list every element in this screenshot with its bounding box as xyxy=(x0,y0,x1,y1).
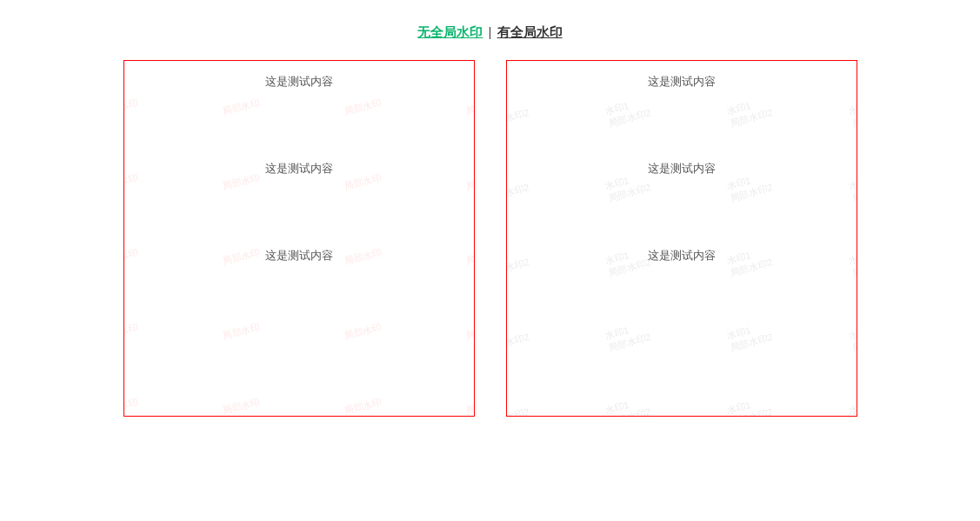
watermark-cell: 局部水印 xyxy=(123,373,237,417)
panel-no-global-watermark: 局部水印局部水印局部水印局部水印局部水印局部水印局部水印局部水印局部水印局部水印… xyxy=(123,60,475,417)
link-has-global-watermark[interactable]: 有全局水印 xyxy=(497,24,563,39)
watermark-text-line1: 局部水印 xyxy=(221,373,342,417)
watermark-text-line1: 局部水印 xyxy=(123,373,220,417)
watermark-text-line2: 局部水印2 xyxy=(606,385,727,417)
watermark-cell: 水印1局部水印2 xyxy=(506,373,619,417)
panels-container: 局部水印局部水印局部水印局部水印局部水印局部水印局部水印局部水印局部水印局部水印… xyxy=(0,60,980,417)
panel-has-global-watermark: 水印1局部水印2水印1局部水印2水印1局部水印2水印1局部水印2水印1局部水印2… xyxy=(506,60,857,417)
watermark-text-line2: 局部水印2 xyxy=(728,385,849,417)
watermark-cell: 局部水印 xyxy=(464,373,475,417)
watermark-text-line1: 水印1 xyxy=(847,373,857,417)
test-content-row: 这是测试内容 xyxy=(124,61,474,148)
watermark-text-line1: 水印1 xyxy=(603,373,724,417)
watermark-text-line1: 局部水印 xyxy=(464,373,475,417)
watermark-text-line2: 局部水印2 xyxy=(850,385,857,417)
header-links: 无全局水印 | 有全局水印 xyxy=(0,0,980,60)
link-separator: | xyxy=(487,24,494,39)
watermark-text-line1: 局部水印 xyxy=(343,373,463,417)
watermark-cell: 水印1局部水印2 xyxy=(603,373,740,417)
test-content-row: 这是测试内容 xyxy=(124,148,474,235)
test-content-row: 这是测试内容 xyxy=(507,148,857,235)
test-content-row: 这是测试内容 xyxy=(507,235,857,322)
watermark-cell: 水印1局部水印2 xyxy=(847,373,857,417)
link-no-global-watermark[interactable]: 无全局水印 xyxy=(417,24,483,39)
test-content-row: 这是测试内容 xyxy=(124,235,474,322)
watermark-text-line2: 局部水印2 xyxy=(506,385,606,417)
watermark-text-line1: 水印1 xyxy=(506,373,603,417)
watermark-cell: 局部水印 xyxy=(221,373,357,417)
watermark-cell: 水印1局部水印2 xyxy=(725,373,857,417)
watermark-cell: 局部水印 xyxy=(343,373,475,417)
watermark-text-line1: 水印1 xyxy=(725,373,846,417)
test-content-row: 这是测试内容 xyxy=(507,61,857,148)
